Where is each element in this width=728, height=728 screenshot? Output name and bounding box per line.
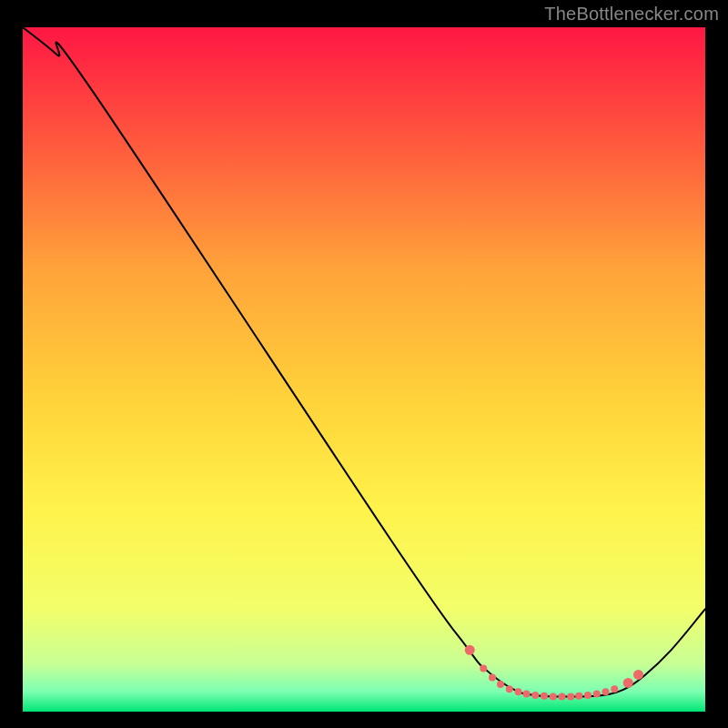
data-marker xyxy=(623,678,633,688)
data-marker xyxy=(584,692,592,699)
data-marker xyxy=(531,692,539,699)
data-marker xyxy=(489,673,496,681)
data-marker xyxy=(593,690,601,697)
data-marker xyxy=(497,681,504,688)
chart-frame: TheBottlenecker.com xyxy=(0,0,728,728)
data-marker xyxy=(480,665,487,672)
chart-background xyxy=(23,27,705,712)
data-marker xyxy=(541,693,548,700)
data-marker xyxy=(567,693,574,700)
chart-svg xyxy=(23,27,705,712)
data-marker xyxy=(506,685,513,693)
data-marker xyxy=(611,685,618,693)
data-marker xyxy=(523,690,531,697)
data-marker xyxy=(550,693,557,700)
data-marker xyxy=(602,688,610,695)
attribution-label: TheBottlenecker.com xyxy=(544,4,719,25)
data-marker xyxy=(515,688,522,695)
data-marker xyxy=(465,645,475,655)
data-marker xyxy=(559,693,566,700)
chart-plot-area xyxy=(23,27,705,712)
data-marker xyxy=(633,670,643,680)
data-marker xyxy=(575,693,582,700)
